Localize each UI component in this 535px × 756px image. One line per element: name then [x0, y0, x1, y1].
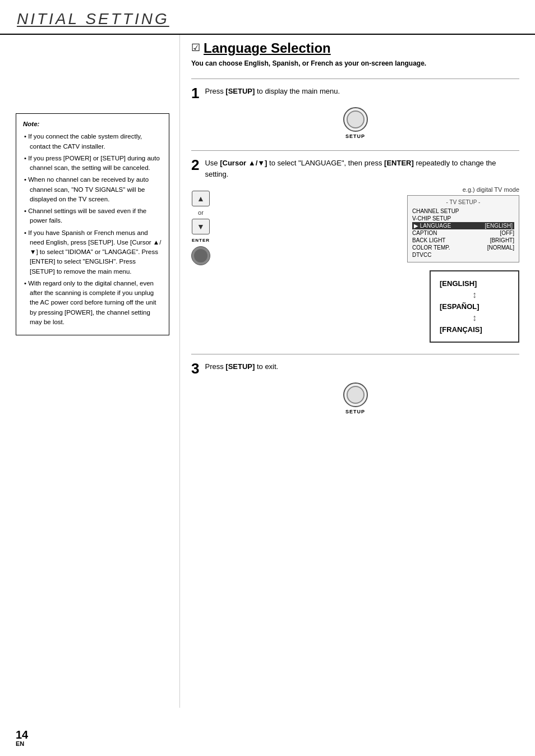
page-title-text: NITIAL SETTING: [17, 10, 169, 27]
step-3: 3 Press [SETUP] to exit. SETUP: [191, 354, 519, 414]
step1-text: Press [SETUP] to display the main menu.: [205, 86, 340, 97]
setup-button-label: SETUP: [345, 133, 365, 139]
lang-option-english: [ENGLISH]: [440, 279, 509, 288]
menu-value: [ENGLISH]: [485, 223, 513, 229]
setup-button-circle: [343, 107, 368, 132]
lang-option-espanol: [ESPAÑOL]: [440, 302, 509, 311]
page-language: EN: [16, 740, 28, 747]
menu-label: DTVCC: [412, 252, 431, 258]
step2-header: 2 Use [Cursor ▲/▼] to select "LANGUAGE",…: [191, 158, 519, 179]
step-2: 2 Use [Cursor ▲/▼] to select "LANGUAGE",…: [191, 150, 519, 343]
menu-label: COLOR TEMP.: [412, 245, 450, 251]
note-list: If you connect the cable system directly…: [23, 132, 162, 327]
cursor-or-label: or: [198, 209, 204, 216]
menu-value: [BRIGHT]: [490, 237, 514, 243]
enter-button[interactable]: [191, 246, 210, 265]
step1-button-area: SETUP: [191, 107, 519, 139]
language-options-container: [ENGLISH] ↕ [ESPAÑOL] ↕ [FRANÇAIS]: [219, 270, 519, 343]
tv-menu-area: e.g.) digital TV mode - TV SETUP - CHANN…: [219, 186, 519, 343]
step2-content: ▲ or ▼ ENTER e.g.) digital TV mode - TV …: [191, 186, 519, 343]
step3-text: Press [SETUP] to exit.: [205, 361, 278, 372]
left-column: Note: If you connect the cable system di…: [0, 35, 179, 708]
step3-number: 3: [191, 361, 199, 376]
note-title: Note:: [23, 119, 162, 129]
step2-number: 2: [191, 158, 199, 172]
menu-label: BACK LIGHT: [412, 237, 445, 243]
enter-button-inner: [194, 249, 207, 262]
page-number: 14: [16, 729, 28, 740]
menu-value: [NORMAL]: [487, 245, 514, 251]
note-item: With regard only to the digital channel,…: [23, 279, 162, 327]
lang-label-francais: [FRANÇAIS]: [440, 325, 482, 334]
note-item: If you press [POWER] or [SETUP] during a…: [23, 154, 162, 173]
lang-arrow-down-2: ↕: [444, 313, 505, 323]
menu-label: ▶ LANGUAGE: [414, 223, 451, 229]
tv-menu-row: COLOR TEMP. [NORMAL]: [412, 244, 514, 251]
note-item: Channel settings will be saved even if t…: [23, 206, 162, 226]
tv-menu-box: - TV SETUP - CHANNEL SETUP V-CHIP SETUP …: [407, 195, 519, 262]
tv-menu-row: BACK LIGHT [BRIGHT]: [412, 237, 514, 244]
step1-number: 1: [191, 86, 199, 100]
section-title: Language Selection: [204, 40, 331, 56]
note-item: If you connect the cable system directly…: [23, 132, 162, 151]
step2-text: Use [Cursor ▲/▼] to select "LANGUAGE", t…: [205, 158, 519, 179]
menu-label: CHANNEL SETUP: [412, 208, 459, 214]
step1-header: 1 Press [SETUP] to display the main menu…: [191, 86, 519, 100]
menu-label: V-CHIP SETUP: [412, 215, 451, 222]
setup-button-label-3: SETUP: [345, 409, 365, 414]
tv-menu-title: - TV SETUP -: [412, 199, 514, 205]
tv-menu-row: DTVCC: [412, 251, 514, 259]
language-options-box: [ENGLISH] ↕ [ESPAÑOL] ↕ [FRANÇAIS]: [430, 270, 519, 343]
tv-menu-row: CHANNEL SETUP: [412, 208, 514, 215]
setup-button-circle-3: [343, 382, 368, 407]
eg-label: e.g.) digital TV mode: [219, 186, 519, 193]
enter-label: ENTER: [191, 238, 210, 243]
step-1: 1 Press [SETUP] to display the main menu…: [191, 79, 519, 139]
lang-label-english: [ENGLISH]: [440, 279, 477, 288]
note-item: When no channel can be received by auto …: [23, 175, 162, 204]
setup-button-illustration: SETUP: [339, 107, 372, 139]
cursor-buttons: ▲ or ▼ ENTER: [191, 186, 210, 265]
step3-header: 3 Press [SETUP] to exit.: [191, 361, 519, 376]
lang-option-francais: [FRANÇAIS]: [440, 325, 509, 334]
page-footer: 14 EN: [16, 729, 28, 747]
step3-button-area: SETUP: [191, 382, 519, 414]
section-subtitle: You can choose English, Spanish, or Fren…: [191, 59, 519, 67]
tv-menu-row-language: ▶ LANGUAGE [ENGLISH]: [412, 222, 514, 229]
setup-button-illustration-3: SETUP: [339, 382, 372, 414]
page-title: NITIAL SETTING: [17, 10, 518, 28]
right-column: ☑ Language Selection You can choose Engl…: [179, 35, 535, 708]
lang-label-espanol: [ESPAÑOL]: [440, 302, 479, 311]
content-area: Note: If you connect the cable system di…: [0, 35, 535, 708]
menu-value: [OFF]: [500, 230, 514, 236]
lang-arrow-down-1: ↕: [444, 290, 505, 300]
note-item: If you have Spanish or French menus and …: [23, 228, 162, 276]
tv-menu-row: CAPTION [OFF]: [412, 229, 514, 237]
cursor-up-button[interactable]: ▲: [192, 191, 210, 206]
menu-label: CAPTION: [412, 230, 437, 236]
section-title-area: ☑ Language Selection: [191, 40, 519, 56]
cursor-down-button[interactable]: ▼: [192, 219, 210, 234]
checkbox-icon: ☑: [191, 42, 200, 54]
page-header: NITIAL SETTING: [0, 0, 535, 35]
tv-menu-row: V-CHIP SETUP: [412, 215, 514, 222]
note-box: Note: If you connect the cable system di…: [16, 113, 169, 335]
